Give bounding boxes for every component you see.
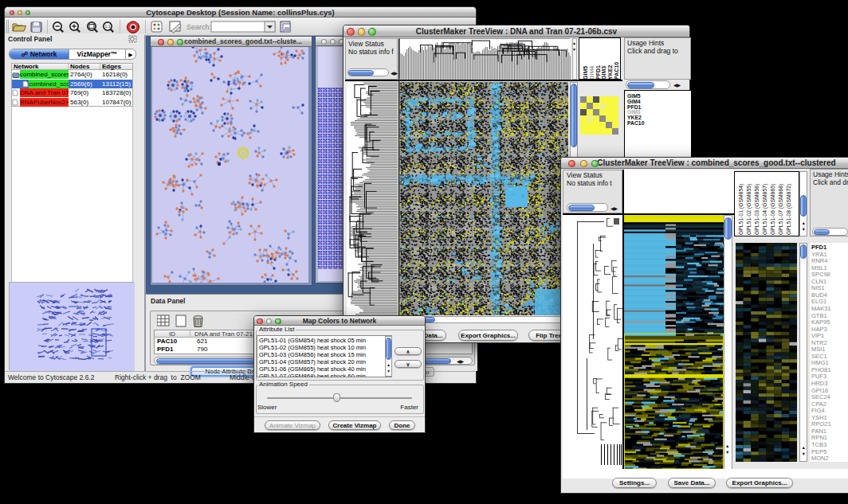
svg-text:Search:: Search: [186, 23, 211, 31]
svg-text:1:1: 1:1 [105, 24, 111, 29]
